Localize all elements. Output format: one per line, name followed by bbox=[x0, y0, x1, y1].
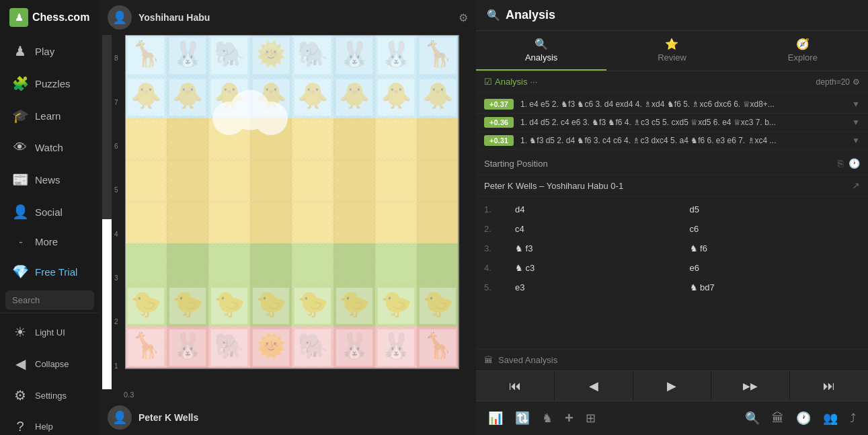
tool-zoom-button[interactable]: 🔍 bbox=[741, 408, 764, 428]
more-options-icon[interactable]: ··· bbox=[530, 77, 537, 87]
move-black-2[interactable]: c6 bbox=[686, 223, 861, 235]
expand-icon-3[interactable]: ▼ bbox=[852, 136, 860, 145]
collapse-icon: ◀ bbox=[12, 356, 28, 372]
analysis-panel: 🔍 Analysis 🔍 Analysis ⭐ Review 🧭 Explore… bbox=[476, 0, 868, 435]
sidebar-item-news[interactable]: 📰 News bbox=[3, 164, 97, 195]
lightui-icon: ☀ bbox=[12, 324, 28, 340]
save-icon: 🏛 bbox=[484, 355, 493, 365]
tab-explore[interactable]: 🧭 Explore bbox=[738, 31, 868, 71]
analysis-search-icon: 🔍 bbox=[487, 9, 500, 22]
external-link-icon[interactable]: ↗ bbox=[852, 180, 860, 191]
analysis-controls: ☑ Analysis ··· depth=20 ⚙ bbox=[476, 71, 868, 93]
starting-position-label: Starting Position bbox=[484, 159, 548, 169]
tool-chart-button[interactable]: 📊 bbox=[484, 408, 507, 428]
engine-lines: +0.37 1. e4 e5 2. ♞f3 ♞c6 3. d4 exd4 4. … bbox=[476, 93, 868, 153]
tab-review[interactable]: ⭐ Review bbox=[606, 31, 737, 71]
move-white-2[interactable]: c4 bbox=[511, 223, 686, 235]
move-white-4[interactable]: ♞ c3 bbox=[511, 262, 686, 274]
sidebar-item-collapse[interactable]: ◀ Collapse bbox=[3, 348, 97, 379]
sidebar-item-free-trial[interactable]: 💎 Free Trial bbox=[3, 256, 97, 287]
sidebar-item-label: Watch bbox=[35, 142, 63, 153]
analysis-toggle[interactable]: ☑ Analysis ··· bbox=[484, 77, 537, 87]
line-moves-1: 1. e4 e5 2. ♞f3 ♞c6 3. d4 exd4 4. ♗xd4 ♞… bbox=[520, 100, 845, 109]
tab-analysis-label: Analysis bbox=[525, 52, 557, 63]
sidebar-item-social[interactable]: 👤 Social bbox=[3, 196, 97, 227]
sidebar-item-label: Light UI bbox=[35, 327, 65, 338]
tab-analysis[interactable]: 🔍 Analysis bbox=[476, 31, 606, 71]
nav-last-button[interactable]: ⏭ bbox=[790, 371, 868, 401]
tool-controls: 📊 🔃 ♞ + ⊞ 🔍 🏛 🕐 👥 ⤴ bbox=[476, 401, 868, 435]
nav-controls: ⏮ ◀ ▶ ▶▶ ⏭ bbox=[476, 370, 868, 401]
sidebar-item-learn[interactable]: 🎓 Learn bbox=[3, 100, 97, 131]
game-info: Starting Position ⎘ 🕐 bbox=[476, 153, 868, 175]
depth-settings-icon[interactable]: ⚙ bbox=[853, 77, 860, 87]
tab-explore-label: Explore bbox=[788, 52, 818, 63]
sidebar-item-label: Learn bbox=[35, 110, 61, 122]
search-box[interactable]: Search bbox=[5, 290, 94, 310]
nav-prev-button[interactable]: ◀ bbox=[555, 371, 633, 401]
sidebar-item-help[interactable]: ? Help bbox=[3, 411, 97, 435]
tool-share-button[interactable]: ⤴ bbox=[846, 408, 860, 428]
sidebar-item-more[interactable]: ··· More bbox=[3, 229, 97, 255]
depth-label: depth=20 bbox=[816, 77, 850, 87]
social-icon: 👤 bbox=[12, 204, 28, 220]
bottom-player-name: Peter K Wells bbox=[139, 412, 198, 423]
eval-badge-1: +0.37 bbox=[484, 99, 514, 110]
nav-play-button[interactable]: ▶ bbox=[633, 371, 712, 401]
engine-line-2[interactable]: +0.36 1. d4 d5 2. c4 e6 3. ♞f3 ♞f6 4. ♗c… bbox=[476, 114, 868, 132]
settings-icon: ⚙ bbox=[12, 387, 28, 403]
bottom-player-avatar: 👤 bbox=[108, 405, 132, 430]
sidebar-item-puzzles[interactable]: 🧩 Puzzles bbox=[3, 68, 97, 99]
engine-line-1[interactable]: +0.37 1. e4 e5 2. ♞f3 ♞c6 3. d4 exd4 4. … bbox=[476, 95, 868, 114]
rank-labels: 8 7 6 5 4 3 2 1 bbox=[114, 35, 125, 389]
move-num-3: 3. bbox=[484, 243, 511, 253]
toggle-checkbox[interactable]: ☑ bbox=[484, 77, 492, 87]
tool-right-buttons: 🔍 🏛 🕐 👥 ⤴ bbox=[741, 408, 860, 428]
engine-line-3[interactable]: +0.31 1. ♞f3 d5 2. d4 ♞f6 3. c4 c6 4. ♗c… bbox=[476, 132, 868, 150]
saved-analysis[interactable]: 🏛 Saved Analysis bbox=[476, 349, 868, 370]
sidebar-item-watch[interactable]: 👁 Watch bbox=[3, 132, 97, 163]
move-black-5[interactable]: ♞ bd7 bbox=[686, 281, 861, 294]
move-black-3[interactable]: ♞ f6 bbox=[686, 242, 861, 255]
move-row-2: 2. c4 c6 bbox=[476, 219, 868, 239]
watch-icon: 👁 bbox=[12, 140, 28, 155]
diamond-icon: 💎 bbox=[12, 264, 28, 280]
sidebar-item-light-ui[interactable]: ☀ Light UI bbox=[3, 317, 97, 348]
tab-review-icon: ⭐ bbox=[665, 38, 678, 50]
move-white-3[interactable]: ♞ f3 bbox=[511, 242, 686, 255]
expand-icon-2[interactable]: ▼ bbox=[852, 118, 860, 127]
players-row: Peter K Wells – Yoshiharu Habu 0-1 ↗ bbox=[476, 175, 868, 197]
puzzles-icon: 🧩 bbox=[12, 75, 28, 91]
expand-icon-1[interactable]: ▼ bbox=[852, 100, 860, 109]
tool-building-button[interactable]: 🏛 bbox=[768, 408, 788, 428]
gear-button[interactable]: ⚙ bbox=[459, 11, 468, 24]
tab-review-label: Review bbox=[658, 52, 686, 63]
sidebar-item-label: Play bbox=[35, 46, 54, 57]
move-num-2: 2. bbox=[484, 224, 511, 234]
chess-board[interactable] bbox=[125, 35, 476, 389]
move-row-3: 3. ♞ f3 ♞ f6 bbox=[476, 239, 868, 258]
copy-icon[interactable]: ⎘ bbox=[838, 158, 843, 169]
nav-next-button[interactable]: ▶▶ bbox=[711, 371, 790, 401]
move-black-4[interactable]: e6 bbox=[686, 262, 861, 274]
eval-label: 0.3 bbox=[100, 389, 476, 400]
tool-plus-button[interactable]: + bbox=[561, 407, 578, 430]
logo[interactable]: ♟ Chess.com bbox=[0, 0, 100, 35]
clock-icon[interactable]: 🕐 bbox=[849, 158, 860, 169]
move-white-5[interactable]: e3 bbox=[511, 281, 686, 294]
move-black-1[interactable]: d5 bbox=[686, 203, 861, 216]
sidebar-item-settings[interactable]: ⚙ Settings bbox=[3, 380, 97, 411]
news-icon: 📰 bbox=[12, 171, 28, 188]
nav-first-button[interactable]: ⏮ bbox=[476, 371, 555, 401]
tool-knight-button[interactable]: ♞ bbox=[538, 408, 557, 428]
tool-clock-button[interactable]: 🕐 bbox=[792, 408, 815, 428]
sidebar-item-play[interactable]: ♟ Play bbox=[3, 36, 97, 67]
panel-header: 🔍 Analysis bbox=[476, 0, 868, 31]
tool-users-button[interactable]: 👥 bbox=[819, 408, 842, 428]
tool-arrows-button[interactable]: 🔃 bbox=[511, 408, 534, 428]
top-player-bar: 👤 Yoshiharu Habu ⚙ bbox=[100, 0, 476, 35]
tool-grid-button[interactable]: ⊞ bbox=[582, 408, 600, 428]
move-white-1[interactable]: d4 bbox=[511, 203, 686, 216]
move-list[interactable]: 1. d4 d5 2. c4 c6 3. ♞ f3 bbox=[476, 197, 868, 349]
sidebar-item-label: More bbox=[35, 236, 58, 247]
